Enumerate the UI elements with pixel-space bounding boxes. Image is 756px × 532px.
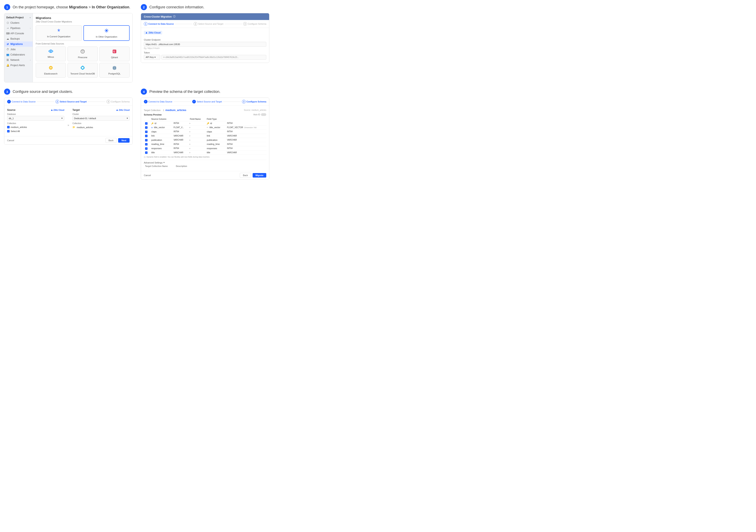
schema-table: Source Column Field Name Field Type ✓ 🔑 … xyxy=(144,117,266,155)
sidebar-project-header[interactable]: Default Project ▾ xyxy=(4,15,33,20)
check-icon: ✓ xyxy=(145,135,148,137)
table-row: ✓ ⊕ title_vector FLOAT_V... › ✏ title_ve… xyxy=(144,125,266,130)
sidebar-item-backups[interactable]: ☁ Backups xyxy=(4,36,33,41)
card-elasticsearch[interactable]: Elasticsearch xyxy=(36,63,66,78)
step2-circle: 2 xyxy=(141,4,147,10)
row-check[interactable]: ✓ xyxy=(144,134,150,138)
card-postgresql[interactable]: PostgreSQL xyxy=(99,63,130,78)
sidebar-item-label: Network xyxy=(11,59,19,62)
sidebar-item-pipelines[interactable]: ⇀ Pipelines › xyxy=(4,25,33,31)
sidebar-item-label: Collaborators xyxy=(11,53,25,56)
card-label: Tencent Cloud VectorDB xyxy=(70,72,95,75)
back-button[interactable]: Back xyxy=(105,138,117,143)
token-type-select[interactable]: API Key ▾ xyxy=(144,55,160,60)
select-all-item[interactable]: ✓ Select All xyxy=(7,129,64,133)
advanced-settings-row[interactable]: Advanced Settings ▾ xyxy=(144,160,266,165)
cluster-endpoint-input[interactable]: https://in01- .zillizcloud.com:19530 xyxy=(144,42,266,47)
step1-title: On the project homepage, choose Migratio… xyxy=(13,5,130,10)
cancel-button[interactable]: Cancel xyxy=(144,174,151,176)
step3-footer: Cancel Back Next xyxy=(4,136,132,145)
wstep-done-source-target[interactable]: ✓ Select Source and Target xyxy=(192,100,222,103)
migrate-button[interactable]: Migrate xyxy=(253,173,266,177)
source-db-select[interactable]: db_1 ▾ xyxy=(7,116,64,120)
svg-point-9 xyxy=(82,51,82,51)
row-arrow: › xyxy=(189,146,205,150)
sidebar-item-network[interactable]: ⛓ Network › xyxy=(4,57,33,63)
wstep-done-connect[interactable]: ✓ Connect to Data Source xyxy=(144,100,172,103)
job-icon: ⏱ xyxy=(6,48,9,51)
elasticsearch-icon xyxy=(48,66,53,71)
check-icon: ✓ xyxy=(145,122,148,125)
wstep-label: Connect to Data Source xyxy=(12,100,36,103)
toggle-switch[interactable] xyxy=(261,113,266,116)
svg-rect-16 xyxy=(50,67,52,67)
api-icon: ⌨ xyxy=(6,32,9,35)
card-label: Milvus xyxy=(47,56,54,58)
sidebar-item-jobs[interactable]: ⏱ Jobs xyxy=(4,47,33,52)
next-button[interactable]: Next xyxy=(118,138,130,143)
row-check[interactable]: ✓ xyxy=(144,138,150,142)
wstep-schema[interactable]: 3 Configure Schema xyxy=(106,100,130,103)
source-collection-label: Collection xyxy=(7,122,64,124)
card-in-current-org[interactable]: In Current Organization xyxy=(36,25,82,41)
table-row: ✓ responses INT64 › responses INT64 xyxy=(144,146,266,150)
cancel-button[interactable]: Cancel xyxy=(7,139,14,142)
info-icon: ⓘ xyxy=(144,156,146,159)
row-check[interactable]: ✓ xyxy=(144,125,150,130)
pipeline-icon: ⇀ xyxy=(6,27,9,30)
card-label: Elasticsearch xyxy=(44,72,57,75)
wstep-source-target[interactable]: 2 Select Source and Target xyxy=(194,22,223,26)
row-arrow: › xyxy=(189,130,205,134)
svg-marker-26 xyxy=(116,109,118,111)
token-label: Token xyxy=(144,51,266,54)
collection-item[interactable]: ✓ medium_articles xyxy=(7,125,64,129)
chevron-down-icon: ▾ xyxy=(154,56,156,58)
row-field-name: responses xyxy=(205,146,226,150)
row-check[interactable]: ✓ xyxy=(144,121,150,125)
wstep-done-connect[interactable]: ✓ Connect to Data Source xyxy=(7,100,36,103)
svg-point-15 xyxy=(49,66,53,69)
alert-icon: 🔔 xyxy=(6,64,9,67)
description-label: Description xyxy=(176,165,187,167)
auto-id-toggle[interactable]: Auto ID xyxy=(254,113,266,116)
card-label: Qdrant xyxy=(111,56,118,59)
row-check[interactable]: ✓ xyxy=(144,142,150,146)
wstep-schema[interactable]: 3 Configure Schema xyxy=(242,100,266,103)
wstep-label: Configure Schema xyxy=(248,23,266,25)
sidebar-item-clusters[interactable]: ⬡ Clusters xyxy=(4,20,33,25)
sidebar-item-api-console[interactable]: ⌨ API Console xyxy=(4,31,33,36)
auto-id-label: Auto ID xyxy=(254,114,260,116)
card-qdrant[interactable]: Q Qdrant xyxy=(99,46,130,61)
back-button[interactable]: Back xyxy=(240,173,251,178)
sidebar-item-migrations[interactable]: ⇄ Migrations xyxy=(4,41,33,47)
collaborator-icon: 👥 xyxy=(6,53,9,56)
source-section: Source Zilliz Cloud Database db_1 ▾ Coll… xyxy=(7,109,64,133)
postgresql-icon xyxy=(112,66,117,71)
row-source-name: publication xyxy=(150,138,172,142)
card-milvus[interactable]: Milvus xyxy=(36,46,66,61)
target-cluster-select[interactable]: Dedicated-01 / default ▾ xyxy=(72,116,130,120)
svg-point-12 xyxy=(82,50,83,51)
sidebar-item-label: Jobs xyxy=(11,48,15,51)
row-source-name: title xyxy=(150,150,172,155)
row-source-type: INT64 xyxy=(172,146,189,150)
card-pinecone[interactable]: Pinecone xyxy=(68,46,98,61)
target-title: Target Zilliz Cloud xyxy=(72,109,130,111)
row-check[interactable]: ✓ xyxy=(144,130,150,134)
card-tencent[interactable]: Tencent Cloud VectorDB xyxy=(68,63,98,78)
sidebar-item-project-alerts[interactable]: 🔔 Project Alerts xyxy=(4,63,33,68)
card-in-other-org[interactable]: In Other Organization xyxy=(83,25,130,41)
step3-wizard-steps: ✓ Connect to Data Source 2 Select Source… xyxy=(4,98,132,106)
row-check[interactable]: ✓ xyxy=(144,146,150,150)
row-arrow: › xyxy=(189,121,205,125)
wstep-schema[interactable]: 3 Configure Schema xyxy=(243,22,266,26)
step4-wizard-steps: ✓ Connect to Data Source ✓ Select Source… xyxy=(141,98,269,106)
sidebar-item-collaborators[interactable]: 👥 Collaborators xyxy=(4,52,33,57)
wstep-source-target[interactable]: 2 Select Source and Target xyxy=(56,100,87,103)
row-check[interactable]: ✓ xyxy=(144,150,150,155)
wstep-connect[interactable]: 1 Connect to Data Source xyxy=(144,22,174,26)
row-source-type: INT64 xyxy=(172,130,189,134)
row-source-name: claps xyxy=(150,130,172,134)
row-source-name: link xyxy=(150,134,172,138)
token-value[interactable]: ✏ c84c9a9515a0482c7ced81319c2f147ffdd47a… xyxy=(161,55,266,60)
